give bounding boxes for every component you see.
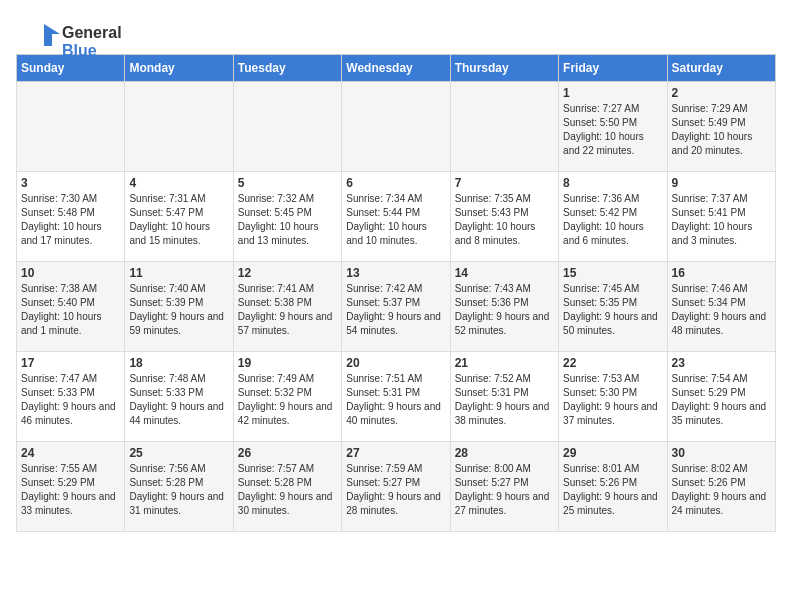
- day-cell: 18Sunrise: 7:48 AM Sunset: 5:33 PM Dayli…: [125, 352, 233, 442]
- header-row: SundayMondayTuesdayWednesdayThursdayFrid…: [17, 55, 776, 82]
- day-cell: 30Sunrise: 8:02 AM Sunset: 5:26 PM Dayli…: [667, 442, 775, 532]
- day-cell: 10Sunrise: 7:38 AM Sunset: 5:40 PM Dayli…: [17, 262, 125, 352]
- day-number: 14: [455, 266, 554, 280]
- day-info: Sunrise: 7:31 AM Sunset: 5:47 PM Dayligh…: [129, 192, 228, 248]
- day-info: Sunrise: 7:59 AM Sunset: 5:27 PM Dayligh…: [346, 462, 445, 518]
- day-cell: 7Sunrise: 7:35 AM Sunset: 5:43 PM Daylig…: [450, 172, 558, 262]
- day-cell: 26Sunrise: 7:57 AM Sunset: 5:28 PM Dayli…: [233, 442, 341, 532]
- day-info: Sunrise: 8:02 AM Sunset: 5:26 PM Dayligh…: [672, 462, 771, 518]
- day-number: 18: [129, 356, 228, 370]
- day-cell: 13Sunrise: 7:42 AM Sunset: 5:37 PM Dayli…: [342, 262, 450, 352]
- day-cell: 12Sunrise: 7:41 AM Sunset: 5:38 PM Dayli…: [233, 262, 341, 352]
- day-number: 7: [455, 176, 554, 190]
- day-info: Sunrise: 7:43 AM Sunset: 5:36 PM Dayligh…: [455, 282, 554, 338]
- day-cell: 25Sunrise: 7:56 AM Sunset: 5:28 PM Dayli…: [125, 442, 233, 532]
- day-info: Sunrise: 7:40 AM Sunset: 5:39 PM Dayligh…: [129, 282, 228, 338]
- day-cell: 1Sunrise: 7:27 AM Sunset: 5:50 PM Daylig…: [559, 82, 667, 172]
- day-info: Sunrise: 7:38 AM Sunset: 5:40 PM Dayligh…: [21, 282, 120, 338]
- day-cell: 8Sunrise: 7:36 AM Sunset: 5:42 PM Daylig…: [559, 172, 667, 262]
- day-number: 13: [346, 266, 445, 280]
- day-info: Sunrise: 7:34 AM Sunset: 5:44 PM Dayligh…: [346, 192, 445, 248]
- day-info: Sunrise: 7:41 AM Sunset: 5:38 PM Dayligh…: [238, 282, 337, 338]
- day-number: 11: [129, 266, 228, 280]
- day-info: Sunrise: 7:55 AM Sunset: 5:29 PM Dayligh…: [21, 462, 120, 518]
- day-info: Sunrise: 7:48 AM Sunset: 5:33 PM Dayligh…: [129, 372, 228, 428]
- day-info: Sunrise: 7:57 AM Sunset: 5:28 PM Dayligh…: [238, 462, 337, 518]
- day-cell: 27Sunrise: 7:59 AM Sunset: 5:27 PM Dayli…: [342, 442, 450, 532]
- day-info: Sunrise: 7:42 AM Sunset: 5:37 PM Dayligh…: [346, 282, 445, 338]
- day-cell: 16Sunrise: 7:46 AM Sunset: 5:34 PM Dayli…: [667, 262, 775, 352]
- week-row-4: 17Sunrise: 7:47 AM Sunset: 5:33 PM Dayli…: [17, 352, 776, 442]
- day-number: 5: [238, 176, 337, 190]
- day-info: Sunrise: 7:54 AM Sunset: 5:29 PM Dayligh…: [672, 372, 771, 428]
- header-day-monday: Monday: [125, 55, 233, 82]
- day-info: Sunrise: 7:51 AM Sunset: 5:31 PM Dayligh…: [346, 372, 445, 428]
- day-number: 16: [672, 266, 771, 280]
- day-number: 4: [129, 176, 228, 190]
- day-number: 28: [455, 446, 554, 460]
- day-info: Sunrise: 7:56 AM Sunset: 5:28 PM Dayligh…: [129, 462, 228, 518]
- day-number: 3: [21, 176, 120, 190]
- day-cell: [233, 82, 341, 172]
- day-cell: 17Sunrise: 7:47 AM Sunset: 5:33 PM Dayli…: [17, 352, 125, 442]
- header-day-friday: Friday: [559, 55, 667, 82]
- header: General Blue: [16, 16, 776, 46]
- day-cell: [450, 82, 558, 172]
- header-day-saturday: Saturday: [667, 55, 775, 82]
- header-day-wednesday: Wednesday: [342, 55, 450, 82]
- day-number: 25: [129, 446, 228, 460]
- day-number: 30: [672, 446, 771, 460]
- calendar-body: 1Sunrise: 7:27 AM Sunset: 5:50 PM Daylig…: [17, 82, 776, 532]
- calendar-table: SundayMondayTuesdayWednesdayThursdayFrid…: [16, 54, 776, 532]
- day-cell: [342, 82, 450, 172]
- day-cell: 24Sunrise: 7:55 AM Sunset: 5:29 PM Dayli…: [17, 442, 125, 532]
- week-row-5: 24Sunrise: 7:55 AM Sunset: 5:29 PM Dayli…: [17, 442, 776, 532]
- week-row-1: 1Sunrise: 7:27 AM Sunset: 5:50 PM Daylig…: [17, 82, 776, 172]
- day-info: Sunrise: 7:29 AM Sunset: 5:49 PM Dayligh…: [672, 102, 771, 158]
- week-row-2: 3Sunrise: 7:30 AM Sunset: 5:48 PM Daylig…: [17, 172, 776, 262]
- header-day-thursday: Thursday: [450, 55, 558, 82]
- day-cell: 11Sunrise: 7:40 AM Sunset: 5:39 PM Dayli…: [125, 262, 233, 352]
- day-cell: 5Sunrise: 7:32 AM Sunset: 5:45 PM Daylig…: [233, 172, 341, 262]
- day-info: Sunrise: 7:37 AM Sunset: 5:41 PM Dayligh…: [672, 192, 771, 248]
- day-number: 22: [563, 356, 662, 370]
- day-cell: 4Sunrise: 7:31 AM Sunset: 5:47 PM Daylig…: [125, 172, 233, 262]
- day-info: Sunrise: 7:53 AM Sunset: 5:30 PM Dayligh…: [563, 372, 662, 428]
- day-number: 8: [563, 176, 662, 190]
- day-number: 10: [21, 266, 120, 280]
- day-number: 23: [672, 356, 771, 370]
- day-cell: 22Sunrise: 7:53 AM Sunset: 5:30 PM Dayli…: [559, 352, 667, 442]
- day-cell: 3Sunrise: 7:30 AM Sunset: 5:48 PM Daylig…: [17, 172, 125, 262]
- day-number: 2: [672, 86, 771, 100]
- logo-text-general: General: [62, 24, 122, 42]
- day-cell: 6Sunrise: 7:34 AM Sunset: 5:44 PM Daylig…: [342, 172, 450, 262]
- day-cell: 20Sunrise: 7:51 AM Sunset: 5:31 PM Dayli…: [342, 352, 450, 442]
- day-cell: 23Sunrise: 7:54 AM Sunset: 5:29 PM Dayli…: [667, 352, 775, 442]
- day-number: 27: [346, 446, 445, 460]
- day-cell: 29Sunrise: 8:01 AM Sunset: 5:26 PM Dayli…: [559, 442, 667, 532]
- day-cell: [17, 82, 125, 172]
- header-day-tuesday: Tuesday: [233, 55, 341, 82]
- day-number: 12: [238, 266, 337, 280]
- logo-full: General Blue: [16, 20, 122, 64]
- day-info: Sunrise: 8:01 AM Sunset: 5:26 PM Dayligh…: [563, 462, 662, 518]
- day-info: Sunrise: 7:52 AM Sunset: 5:31 PM Dayligh…: [455, 372, 554, 428]
- day-info: Sunrise: 7:47 AM Sunset: 5:33 PM Dayligh…: [21, 372, 120, 428]
- day-number: 29: [563, 446, 662, 460]
- day-info: Sunrise: 7:46 AM Sunset: 5:34 PM Dayligh…: [672, 282, 771, 338]
- day-info: Sunrise: 7:32 AM Sunset: 5:45 PM Dayligh…: [238, 192, 337, 248]
- day-cell: 9Sunrise: 7:37 AM Sunset: 5:41 PM Daylig…: [667, 172, 775, 262]
- day-number: 24: [21, 446, 120, 460]
- day-info: Sunrise: 8:00 AM Sunset: 5:27 PM Dayligh…: [455, 462, 554, 518]
- logo-svg: [16, 20, 60, 64]
- week-row-3: 10Sunrise: 7:38 AM Sunset: 5:40 PM Dayli…: [17, 262, 776, 352]
- day-number: 1: [563, 86, 662, 100]
- day-info: Sunrise: 7:36 AM Sunset: 5:42 PM Dayligh…: [563, 192, 662, 248]
- svg-marker-3: [44, 24, 60, 46]
- day-cell: 21Sunrise: 7:52 AM Sunset: 5:31 PM Dayli…: [450, 352, 558, 442]
- day-cell: [125, 82, 233, 172]
- day-info: Sunrise: 7:49 AM Sunset: 5:32 PM Dayligh…: [238, 372, 337, 428]
- day-info: Sunrise: 7:35 AM Sunset: 5:43 PM Dayligh…: [455, 192, 554, 248]
- day-info: Sunrise: 7:30 AM Sunset: 5:48 PM Dayligh…: [21, 192, 120, 248]
- logo-text-blue: Blue: [62, 42, 122, 60]
